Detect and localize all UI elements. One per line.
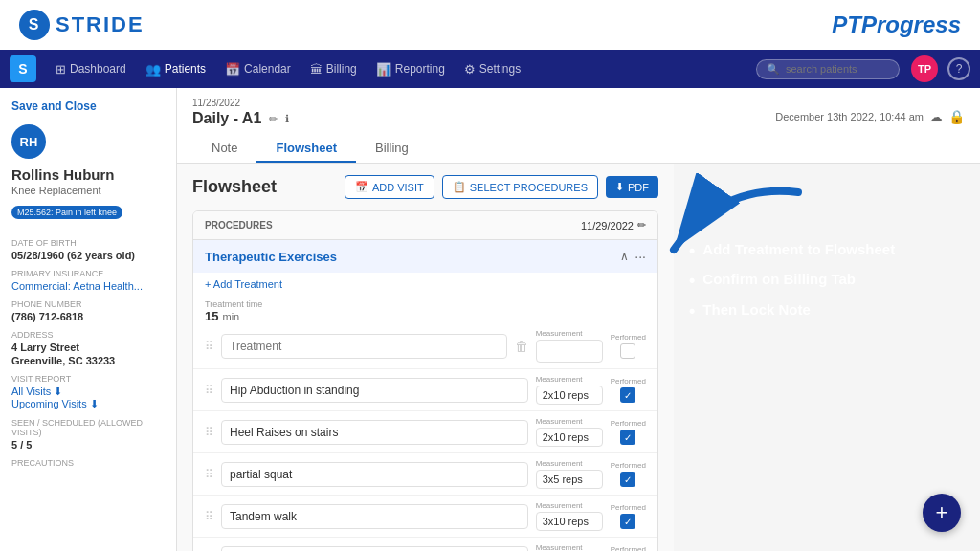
nav-avatar: TP xyxy=(911,55,938,82)
insurance-value[interactable]: Commercial: Aetna Health... xyxy=(11,280,165,292)
address-label: Address xyxy=(11,330,165,340)
search-icon: 🔍 xyxy=(767,63,780,76)
stride-logo: S STRIDE xyxy=(19,10,145,40)
exercise-input-2[interactable] xyxy=(221,462,528,487)
treatment-time-row: Treatment time 15 min xyxy=(193,294,657,323)
nav-billing[interactable]: 🏛 Billing xyxy=(302,58,365,80)
delete-exercise-icon[interactable]: 🗑 xyxy=(515,339,528,354)
patient-avatar: RH xyxy=(11,124,46,159)
flowsheet-actions: 📅 ADD VISIT 📋 SELECT PROCEDURES ⬇ PDF xyxy=(345,175,658,199)
exercise-input-0[interactable] xyxy=(221,378,528,403)
address-line1: 4 Larry Street xyxy=(11,342,165,353)
address-line2: Greenville, SC 33233 xyxy=(11,355,165,366)
performed-checkbox-empty[interactable] xyxy=(620,343,635,359)
tab-billing[interactable]: Billing xyxy=(356,135,428,163)
patient-name: Rollins Huburn xyxy=(11,166,165,183)
note-title: Daily - A1 xyxy=(192,110,261,127)
annotation-bullet-2: • Then Lock Note xyxy=(689,300,965,322)
diagnosis-badge: M25.562: Pain in left knee xyxy=(11,206,122,219)
procedures-icon: 📋 xyxy=(453,181,466,193)
nav-settings-label: Settings xyxy=(479,62,521,76)
exercise-row-2: ⠿ Measurement 3x5 reps Performed ✓ xyxy=(193,453,657,496)
dob-value: 05/28/1960 (62 years old) xyxy=(11,250,165,261)
reporting-icon: 📊 xyxy=(376,62,391,77)
nav-reporting[interactable]: 📊 Reporting xyxy=(368,58,453,80)
nav-calendar[interactable]: 📅 Calendar xyxy=(217,58,299,80)
performed-checkbox-2[interactable]: ✓ xyxy=(620,472,635,487)
nav-patients-label: Patients xyxy=(165,62,206,76)
exercise-input-3[interactable] xyxy=(221,504,528,529)
measurement-box-empty: Measurement xyxy=(536,329,603,363)
measurement-value-2: 3x5 reps xyxy=(536,470,603,489)
exercise-input-1[interactable] xyxy=(221,420,528,445)
flowsheet-title: Flowsheet xyxy=(192,177,277,197)
precautions-label: Precautions xyxy=(11,458,165,468)
treatment-group-controls: ∧ ··· xyxy=(620,249,646,264)
flowsheet-title-row: Flowsheet 📅 ADD VISIT 📋 SELECT PROCEDURE… xyxy=(192,175,658,199)
stride-text: STRIDE xyxy=(56,12,145,37)
lock-icon: 🔒 xyxy=(948,109,965,124)
nav-calendar-label: Calendar xyxy=(244,62,291,76)
exercise-row-4: ⠿ Measurement 3x15 reps Performed ✓ xyxy=(193,538,657,551)
exercise-row-3: ⠿ Measurement 3x10 reps Performed ✓ xyxy=(193,496,657,538)
exercise-input-4[interactable] xyxy=(221,546,528,552)
visits-value: 5 / 5 xyxy=(11,439,165,451)
note-tabs: Note Flowsheet Billing xyxy=(192,135,965,163)
billing-icon: 🏛 xyxy=(310,62,323,77)
visits-label: Seen / Scheduled (Allowed Visits) xyxy=(11,418,165,437)
treatment-time-unit: min xyxy=(222,311,239,322)
note-date-right: December 13th 2022, 10:44 am ☁ 🔒 xyxy=(775,109,965,124)
help-button[interactable]: ? xyxy=(947,57,970,80)
nav-reporting-label: Reporting xyxy=(395,62,445,76)
procedures-label: PROCEDURES xyxy=(205,220,581,231)
nav-dashboard-label: Dashboard xyxy=(70,62,126,76)
treatment-group-header[interactable]: Therapeutic Exercises ∧ ··· xyxy=(193,240,657,273)
measurement-box-3: Measurement 3x10 reps xyxy=(536,501,603,531)
brand-bar: S STRIDE PTProgress xyxy=(0,0,980,50)
note-header: 11/28/2022 Daily - A1 ✏ ℹ December 13th … xyxy=(177,88,980,164)
exercise-row-empty: ⠿ 🗑 Measurement Performed xyxy=(193,323,657,369)
nav-settings[interactable]: ⚙ Settings xyxy=(457,58,528,80)
search-input[interactable] xyxy=(786,63,889,75)
tab-flowsheet[interactable]: Flowsheet xyxy=(256,135,356,163)
drag-handle-icon: ⠿ xyxy=(205,426,213,439)
add-treatment-button[interactable]: + Add Treatment xyxy=(205,278,282,290)
dashboard-icon: ⊞ xyxy=(56,62,66,77)
add-visit-button[interactable]: 📅 ADD VISIT xyxy=(345,175,434,199)
search-bar: 🔍 xyxy=(756,59,900,79)
performed-checkbox-3[interactable]: ✓ xyxy=(620,514,635,529)
tab-note[interactable]: Note xyxy=(192,135,256,163)
patients-icon: 👥 xyxy=(145,62,161,77)
nav-bar: S ⊞ Dashboard 👥 Patients 📅 Calendar 🏛 Bi… xyxy=(0,50,980,88)
info-icon[interactable]: ℹ xyxy=(285,113,289,125)
drag-handle-icon: ⠿ xyxy=(205,510,213,523)
treatment-group: Therapeutic Exercises ∧ ··· + Add Treatm… xyxy=(193,240,657,551)
settings-icon: ⚙ xyxy=(464,62,476,77)
measurement-value-0: 2x10 reps xyxy=(536,386,603,405)
all-visits-link[interactable]: All Visits ⬇ xyxy=(11,386,165,398)
flowsheet-body: Flowsheet 📅 ADD VISIT 📋 SELECT PROCEDURE… xyxy=(177,164,674,551)
performed-checkbox-1[interactable]: ✓ xyxy=(620,430,635,445)
drag-handle-icon: ⠿ xyxy=(205,384,213,397)
select-procedures-button[interactable]: 📋 SELECT PROCEDURES xyxy=(442,175,598,199)
bullet-icon-2: • xyxy=(689,300,695,322)
performed-checkbox-0[interactable]: ✓ xyxy=(620,387,635,403)
exercise-input-empty[interactable] xyxy=(221,334,507,359)
calendar-add-icon: 📅 xyxy=(355,181,368,193)
chevron-up-icon[interactable]: ∧ xyxy=(620,250,629,263)
insurance-label: Primary Insurance xyxy=(11,269,165,278)
nav-patients[interactable]: 👥 Patients xyxy=(138,58,213,80)
main-content: Save and Close RH Rollins Huburn Knee Re… xyxy=(0,88,980,551)
calendar-icon: 📅 xyxy=(225,62,240,77)
download-icon: ⬇ xyxy=(615,181,624,193)
dob-label: Date Of Birth xyxy=(11,238,165,248)
save-close-button[interactable]: Save and Close xyxy=(11,99,165,113)
exercise-row-1: ⠿ Measurement 2x10 reps Performed ✓ xyxy=(193,411,657,453)
nav-billing-label: Billing xyxy=(326,62,357,76)
upcoming-visits-link[interactable]: Upcoming Visits ⬇ xyxy=(11,398,165,410)
nav-dashboard[interactable]: ⊞ Dashboard xyxy=(48,58,134,80)
drag-handle-icon: ⠿ xyxy=(205,468,213,481)
content-area: 11/28/2022 Daily - A1 ✏ ℹ December 13th … xyxy=(177,88,980,551)
edit-icon[interactable]: ✏ xyxy=(269,113,278,125)
fab-button[interactable]: + xyxy=(923,494,961,532)
